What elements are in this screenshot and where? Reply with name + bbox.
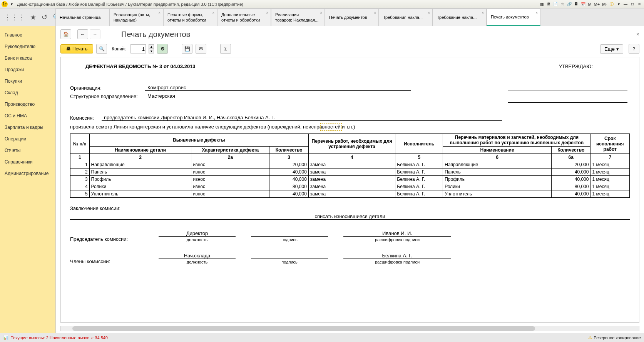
calc-icon[interactable]: 🖩: [573, 1, 579, 7]
member-name: Белкина А. Г.: [343, 253, 451, 259]
mem-m[interactable]: M: [587, 2, 592, 7]
sum-button[interactable]: Σ: [220, 44, 231, 54]
th-deadline: Срок исполнения работ: [590, 134, 630, 154]
tab-print-docs[interactable]: ×Печать документов: [325, 8, 379, 26]
member-pos: Нач.склада: [159, 253, 236, 259]
tab-close-icon[interactable]: ×: [266, 10, 268, 15]
tab-req1[interactable]: ×Требования-накла...: [379, 8, 433, 26]
chairman-pos: Директор: [159, 230, 236, 237]
close-icon[interactable]: ✕: [636, 1, 642, 7]
perf-icon: 📊: [3, 335, 8, 340]
conclusion-value: списать износившиеся детали: [70, 214, 630, 220]
grid-icon[interactable]: ⋮⋮⋮: [4, 13, 25, 22]
tab-additional[interactable]: ×Дополнительныеотчеты и обработки: [217, 8, 271, 26]
tab-close-icon[interactable]: ×: [374, 10, 376, 15]
table-row: 4Роликиизнос80,000заменаБелкина А. Г.Рол…: [70, 183, 630, 190]
printer-icon: 🖶: [66, 46, 71, 52]
tab-start[interactable]: Начальная страница: [55, 8, 109, 26]
document-area[interactable]: ДЕФЕКТНАЯ ВЕДОМОСТЬ № 3 от 04.03.2013 УТ…: [60, 57, 639, 323]
tabs: Начальная страница ×Реализация (акты,нак…: [55, 8, 644, 26]
tab-close-icon[interactable]: ×: [482, 10, 484, 15]
sidebar-item-assets[interactable]: ОС и НМА: [0, 110, 55, 122]
tab-print-docs-active[interactable]: ×Печать документов: [487, 8, 540, 26]
help-button[interactable]: ?: [629, 44, 639, 54]
toprow: ⋮⋮⋮ ★ ↺ 🔍 Начальная страница ×Реализация…: [0, 8, 644, 26]
favorite-icon[interactable]: ★: [30, 13, 36, 22]
warning-icon: ⚠: [588, 335, 592, 340]
cal-icon[interactable]: 📅: [580, 1, 586, 7]
th-detail: Наименование детали: [89, 147, 191, 154]
save-button[interactable]: 💾: [182, 44, 192, 54]
dropdown-icon[interactable]: ▾: [8, 1, 15, 7]
conclusion-label: Заключение комисии:: [70, 205, 630, 211]
settings-button[interactable]: ⚙: [157, 44, 168, 54]
tab-close-icon[interactable]: ×: [158, 10, 161, 15]
statusbar: 📊 Текущие вызовы: 2 Накопленные вызовы: …: [0, 333, 644, 342]
maximize-icon[interactable]: □: [629, 1, 636, 7]
star-icon[interactable]: ☆: [559, 1, 565, 7]
print-icon[interactable]: 🖶: [545, 1, 552, 7]
sidebar-item-bank[interactable]: Банк и касса: [0, 52, 55, 64]
tab-goods[interactable]: ×Реализациятоваров: Накладная...: [271, 8, 325, 26]
table-row: 2Панельизнос40,000заменаБелкина А. Г.Пан…: [70, 168, 630, 176]
org-value: Комфорт-сервис: [145, 85, 411, 91]
doc-icon[interactable]: 📄: [552, 1, 559, 7]
tab-close-icon[interactable]: ×: [212, 10, 214, 15]
approve-label: УТВЕРЖДАЮ:: [559, 63, 593, 69]
dept-value: Мастерская: [145, 93, 411, 99]
spin-down[interactable]: ▼: [149, 49, 154, 53]
sidebar-item-reports[interactable]: Отчеты: [0, 145, 55, 156]
th-char: Характеристика дефекта: [191, 147, 269, 154]
sidebar-item-refs[interactable]: Справочники: [0, 156, 55, 168]
tab-close-icon[interactable]: ×: [428, 10, 430, 15]
mem-mplus[interactable]: M+: [593, 2, 601, 7]
backup-text[interactable]: Резервное копирование: [594, 335, 641, 340]
sidebar-item-salary[interactable]: Зарплата и кадры: [0, 122, 55, 133]
mem-mminus[interactable]: M-: [601, 2, 608, 7]
tab-realization[interactable]: ×Реализация (акты,накладные): [109, 8, 163, 26]
tab-req2[interactable]: ×Требование-накла...: [433, 8, 487, 26]
th-matqty: Количество: [552, 147, 590, 154]
app-icon: 1c: [2, 1, 8, 7]
preview-button[interactable]: 🔍: [96, 44, 107, 54]
sidebar-item-production[interactable]: Производство: [0, 98, 55, 110]
back-button[interactable]: ←: [77, 29, 88, 39]
more-button[interactable]: Еще▾: [600, 44, 623, 54]
sidebar-item-purchase[interactable]: Покупки: [0, 75, 55, 87]
close-page-icon[interactable]: ×: [636, 31, 639, 37]
minimize-icon[interactable]: —: [622, 1, 629, 7]
th-works: Перечень работ, необходимых для устранен…: [308, 134, 395, 154]
sidebar-item-manager[interactable]: Руководителю: [0, 41, 55, 52]
dept-label: Структурное подразделение:: [70, 93, 145, 99]
forward-button[interactable]: →: [90, 29, 100, 39]
copies-input[interactable]: [130, 44, 146, 53]
doc-title: ДЕФЕКТНАЯ ВЕДОМОСТЬ № 3 от 04.03.2013: [85, 63, 630, 69]
tab-forms[interactable]: ×Печатные формы,отчеты и обработки: [163, 8, 217, 26]
home-button[interactable]: 🏠: [60, 29, 71, 39]
sidebar-item-warehouse[interactable]: Склад: [0, 87, 55, 98]
horizontal-scrollbar[interactable]: [60, 326, 639, 331]
dropdown2-icon[interactable]: ▾: [616, 1, 622, 7]
history-icon[interactable]: ↺: [42, 13, 47, 22]
sidebar-item-sales[interactable]: Продажи: [0, 64, 55, 75]
link-icon[interactable]: 🔗: [566, 1, 572, 7]
tab-close-icon[interactable]: ×: [535, 10, 538, 15]
th-matname: Наименование: [443, 147, 552, 154]
chairman-label: Председатель комиссии:: [70, 236, 143, 242]
th-num: № п/п: [70, 134, 90, 154]
sidebar-item-main[interactable]: Главное: [0, 29, 55, 41]
commission-label: Комиссия:: [70, 115, 94, 121]
mail-button[interactable]: ✉: [196, 44, 206, 54]
tab-close-icon[interactable]: ×: [320, 10, 322, 15]
spin-up[interactable]: ▲: [149, 44, 154, 49]
sidebar-item-ops[interactable]: Операции: [0, 133, 55, 145]
inspect-text: произвела осмотр Линия кондитерская и ус…: [70, 124, 630, 130]
org-label: Организация:: [70, 85, 145, 91]
nav-icon[interactable]: ▦: [539, 1, 545, 7]
perf-text: Текущие вызовы: 2 Накопленные вызовы: 34…: [11, 335, 108, 340]
sidebar-item-admin[interactable]: Администрирование: [0, 168, 55, 179]
print-button[interactable]: 🖶Печать: [60, 44, 93, 53]
chairman-sign: [251, 230, 328, 237]
table-row: 1Направляющиеизнос20,000заменаБелкина А.…: [70, 161, 630, 168]
info-icon[interactable]: ⓘ: [609, 1, 615, 7]
